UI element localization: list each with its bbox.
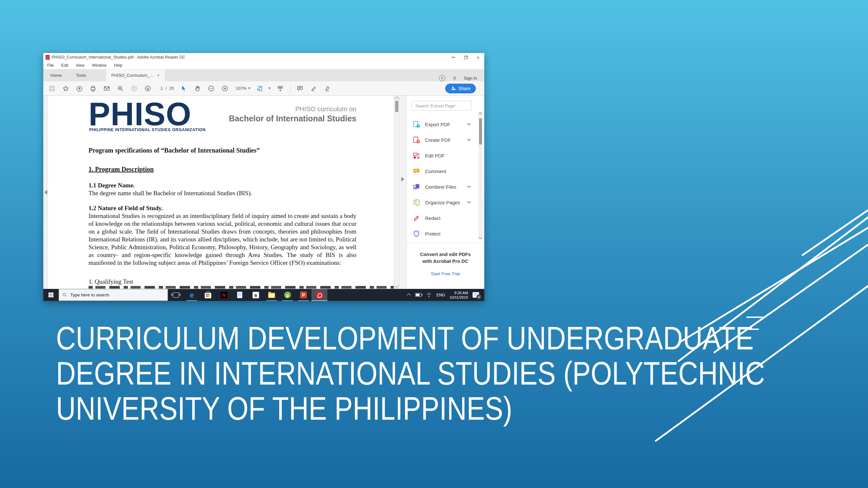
previous-page-arrow-icon[interactable] (44, 190, 47, 195)
star-button[interactable] (60, 83, 71, 94)
help-icon[interactable]: ? (439, 75, 445, 82)
menu-window[interactable]: Window (92, 63, 106, 68)
save-button[interactable] (46, 83, 58, 94)
highlight-tool-button[interactable] (308, 83, 319, 94)
tool-combine-files[interactable]: Combine Files (406, 179, 474, 195)
document-scrollbar[interactable] (394, 96, 399, 289)
sign-in-button[interactable]: Sign In (464, 76, 477, 81)
menu-file[interactable]: File (47, 63, 54, 68)
find-button[interactable] (115, 83, 126, 94)
taskbar-search[interactable]: Type here to search (59, 289, 168, 301)
tray-date: 10/11/2019 (450, 295, 468, 300)
minimize-button[interactable] (447, 53, 460, 62)
scroll-up-icon[interactable] (395, 97, 399, 101)
upload-cloud-icon (76, 85, 83, 92)
tab-tools[interactable]: Tools (69, 69, 93, 82)
bell-icon[interactable] (452, 75, 458, 82)
close-button[interactable]: × (472, 53, 484, 62)
scrollbar-thumb[interactable] (395, 101, 398, 112)
language-indicator[interactable]: ENG (436, 293, 445, 297)
panel-scroll-down-icon[interactable] (478, 235, 482, 239)
taskbar-clock[interactable]: 9:26 AM 10/11/2019 (450, 291, 468, 300)
menu-edit[interactable]: Edit (61, 63, 68, 68)
panel-scrollbar-thumb[interactable] (479, 119, 482, 144)
tools-search-input[interactable] (412, 101, 472, 110)
start-button[interactable] (43, 289, 59, 301)
wifi-icon[interactable] (426, 293, 432, 297)
next-page-arrow-icon[interactable] (401, 177, 404, 182)
pdf-header-line2: Bachelor of International Studies (229, 113, 356, 124)
task-view-button[interactable] (168, 289, 184, 301)
current-page[interactable]: 1 (160, 86, 163, 91)
protect-shield-icon (412, 230, 421, 238)
zoom-in-button[interactable] (219, 83, 230, 94)
action-center-icon[interactable]: 4 (472, 292, 479, 298)
tool-redact[interactable]: Redact (406, 210, 474, 226)
tab-bar: Home Tools PHISO_Curriculum_... × ? Sign… (43, 69, 484, 82)
menu-help[interactable]: Help (114, 63, 122, 68)
tools-list: Export PDF Create PDF Edit PDF Co (406, 117, 474, 241)
create-pdf-icon (412, 136, 421, 144)
window-titlebar: PHISO_Curriculum_International_Studies.p… (43, 53, 484, 62)
tab-home[interactable]: Home (43, 69, 69, 82)
print-button[interactable] (88, 83, 99, 94)
chevron-down-icon[interactable] (467, 201, 471, 204)
previous-page-button[interactable] (129, 83, 140, 94)
tray-expand-icon[interactable] (407, 293, 411, 298)
taskbar-utorrent[interactable]: µ (280, 289, 296, 301)
taskbar-edge[interactable]: e (184, 289, 200, 301)
restore-button[interactable] (460, 53, 472, 62)
zoom-out-button[interactable] (206, 83, 217, 94)
zoom-level[interactable]: 107% (236, 86, 246, 91)
comment-tool-button[interactable] (294, 83, 306, 94)
window-title: PHISO_Curriculum_International_Studies.p… (52, 55, 185, 60)
taskbar-acrobat[interactable] (311, 289, 328, 301)
email-button[interactable] (101, 83, 112, 94)
scroll-down-icon[interactable] (395, 283, 399, 288)
chevron-down-icon[interactable] (467, 139, 471, 141)
select-tool-button[interactable] (178, 83, 189, 94)
taskbar-file-explorer[interactable] (264, 289, 280, 301)
share-button[interactable]: Share (445, 84, 476, 93)
fit-caret-icon[interactable] (268, 88, 271, 89)
battery-icon[interactable] (415, 293, 422, 297)
tray-time: 9:26 AM (450, 291, 468, 295)
sign-tool-button[interactable] (322, 83, 333, 94)
tool-comment[interactable]: Comment (406, 163, 474, 179)
share-person-icon (451, 86, 456, 91)
menu-view[interactable]: View (76, 63, 85, 68)
taskbar-store[interactable] (200, 289, 216, 301)
tool-organize-pages[interactable]: Organize Pages (406, 195, 474, 210)
tool-edit-pdf[interactable]: Edit PDF (406, 148, 474, 163)
organize-pages-icon (412, 198, 421, 206)
netflix-icon: N (221, 292, 227, 298)
tool-export-pdf[interactable]: Export PDF (406, 117, 474, 132)
document-app-icon (237, 292, 243, 298)
panel-scroll-up-icon[interactable] (478, 112, 482, 116)
taskbar-powerpoint[interactable]: P (296, 289, 311, 301)
tool-create-pdf[interactable]: Create PDF (406, 132, 474, 148)
tool-protect[interactable]: Protect (406, 226, 474, 241)
tab-close-icon[interactable]: × (157, 73, 160, 78)
chevron-down-icon[interactable] (467, 186, 471, 188)
hand-tool-button[interactable] (192, 83, 203, 94)
content-area: PHISO PHILIPPINE INTERNATIONAL STUDIES O… (43, 96, 484, 289)
tab-document[interactable]: PHISO_Curriculum_... × (106, 69, 165, 82)
amazon-icon: a (253, 292, 259, 298)
panel-scrollbar[interactable] (478, 112, 482, 239)
slide-title-line2: DEGREE IN INTERNATIONAL STUDIES (POLYTEC… (56, 356, 765, 391)
taskbar-amazon[interactable]: a (248, 289, 264, 301)
upload-cloud-button[interactable] (74, 83, 85, 94)
start-free-trial-link[interactable]: Start Free Trial (406, 271, 484, 276)
panel-edge-strip (399, 96, 406, 289)
taskbar-netflix[interactable]: N (216, 289, 232, 301)
file-explorer-icon (268, 293, 275, 298)
zoom-caret-icon[interactable] (248, 88, 251, 89)
s11-body: The degree name shall be Bachelor of Int… (89, 189, 356, 197)
scrolling-mode-button[interactable] (275, 83, 286, 94)
next-page-button[interactable] (142, 83, 153, 94)
fit-width-button[interactable] (254, 83, 266, 94)
taskbar-document-app[interactable] (232, 289, 248, 301)
chevron-down-icon[interactable] (467, 123, 471, 126)
acrobat-icon (316, 292, 323, 299)
